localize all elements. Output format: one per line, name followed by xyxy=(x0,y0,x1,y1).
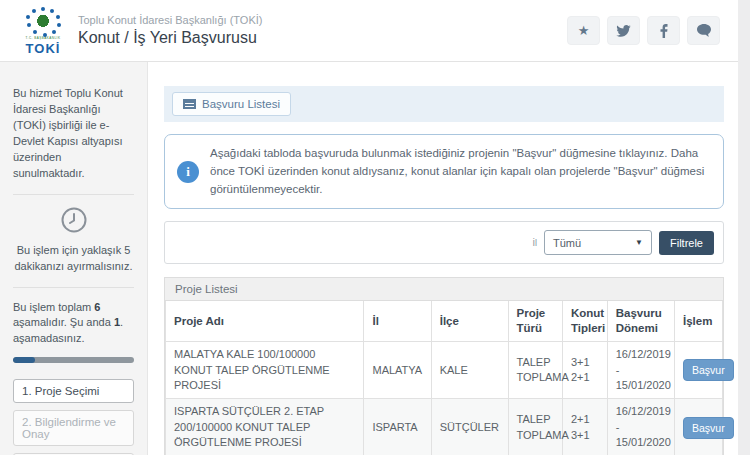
sidebar-divider xyxy=(13,287,134,288)
info-alert: i Aşağıdaki tabloda başvuruda bulunmak i… xyxy=(164,134,724,209)
page-title: Konut / İş Yeri Başvurusu xyxy=(78,29,262,47)
favorite-button[interactable]: ★ xyxy=(567,16,600,45)
twitter-share-button[interactable] xyxy=(607,16,640,45)
cell-ilce: KALE xyxy=(431,342,508,399)
col-header-proje-turu: Proje Türü xyxy=(508,301,562,341)
table-header-row: Proje Adı İl İlçe Proje Türü Konut Tiple… xyxy=(166,301,723,341)
col-header-ilce: İlçe xyxy=(431,301,508,341)
konut-tipi: 2+1 xyxy=(571,412,599,427)
page: ♣ T.C. BAŞBAKANLIK TOKİ Toplu Konut İdar… xyxy=(0,0,738,455)
cell-il: MALATYA xyxy=(364,342,431,399)
cell-islem: Başvur xyxy=(674,342,722,399)
basvur-button[interactable]: Başvur xyxy=(683,359,734,381)
filtrele-button[interactable]: Filtrele xyxy=(659,231,714,255)
col-header-proje-adi: Proje Adı xyxy=(166,301,364,341)
table-list-icon xyxy=(183,99,196,109)
cell-basvuru-donemi: 16/12/2019-15/01/2020 xyxy=(607,399,674,455)
comment-icon xyxy=(697,24,711,37)
service-info-text: Bu hizmet Toplu Konut İdaresi Başkanlığı… xyxy=(13,86,134,182)
toki-logo-ring-icon: ♣ xyxy=(26,7,60,36)
filter-bar: İl Tümü ▼ Filtrele xyxy=(164,221,724,264)
progress-bar xyxy=(13,357,134,363)
sidebar-divider xyxy=(13,194,134,195)
cell-basvuru-donemi: 16/12/2019-15/01/2020 xyxy=(607,342,674,399)
duration-section: Bu işlem için yaklaşık 5 dakikanızı ayır… xyxy=(13,207,134,275)
main-layout: Bu hizmet Toplu Konut İdaresi Başkanlığı… xyxy=(0,62,738,455)
header-titles: Toplu Konut İdaresi Başkanlığı (TOKİ) Ko… xyxy=(78,14,262,47)
header: ♣ T.C. BAŞBAKANLIK TOKİ Toplu Konut İdar… xyxy=(0,0,738,62)
col-header-il: İl xyxy=(364,301,431,341)
steps-note-middle: aşamalıdır. Şu anda xyxy=(13,316,114,328)
donem-bitis: 15/01/2020 xyxy=(616,378,666,393)
col-header-konut-tipleri: Konut Tipleri xyxy=(562,301,607,341)
twitter-icon xyxy=(616,25,631,37)
col-header-islem: İşlem xyxy=(674,301,722,341)
info-icon: i xyxy=(177,161,199,183)
konut-tipi: 3+1 xyxy=(571,355,599,370)
toolbar: Başvuru Listesi xyxy=(164,86,724,122)
il-select-value: Tümü xyxy=(553,237,581,249)
cell-islem: Başvur xyxy=(674,399,722,455)
cell-konut-tipleri: 3+12+1 xyxy=(562,342,607,399)
basvur-button[interactable]: Başvur xyxy=(683,417,734,439)
cell-proje-adi: ISPARTA SÜTÇÜLER 2. ETAP 200/100000 KONU… xyxy=(166,399,364,455)
panel-title: Proje Listesi xyxy=(165,278,723,301)
cell-ilce: SÜTÇÜLER xyxy=(431,399,508,455)
donem-baslangic: 16/12/2019 xyxy=(616,347,666,362)
konut-tipi: 2+1 xyxy=(571,370,599,385)
cell-proje-turu: TALEP TOPLAMA xyxy=(508,399,562,455)
filter-label: İl xyxy=(532,238,537,248)
donem-ayrac: - xyxy=(616,420,666,435)
donem-ayrac: - xyxy=(616,363,666,378)
feedback-button[interactable] xyxy=(687,16,720,45)
donem-baslangic: 16/12/2019 xyxy=(616,404,666,419)
basvuru-listesi-label: Başvuru Listesi xyxy=(202,98,280,110)
table-row: MALATYA KALE 100/100000 KONUT TALEP ÖRGÜ… xyxy=(166,342,723,399)
chevron-down-icon: ▼ xyxy=(635,238,643,247)
donem-bitis: 15/01/2020 xyxy=(616,435,666,450)
tree-icon: ♣ xyxy=(38,12,48,27)
duration-note: Bu işlem için yaklaşık 5 dakikanızı ayır… xyxy=(13,243,134,275)
step-proje-secimi[interactable]: 1. Proje Seçimi xyxy=(13,379,134,403)
content: Başvuru Listesi i Aşağıdaki tabloda başv… xyxy=(148,62,738,455)
clock-icon xyxy=(61,207,87,233)
cell-proje-adi: MALATYA KALE 100/100000 KONUT TALEP ÖRGÜ… xyxy=(166,342,364,399)
social-buttons: ★ xyxy=(567,16,720,45)
col-header-basvuru-donemi: Başvuru Dönemi xyxy=(607,301,674,341)
cell-konut-tipleri: 2+13+1 xyxy=(562,399,607,455)
progress-bar-fill xyxy=(13,357,35,363)
brand: ♣ T.C. BAŞBAKANLIK TOKİ Toplu Konut İdar… xyxy=(20,7,262,55)
konut-tipi: 3+1 xyxy=(571,428,599,443)
step-list: 1. Proje Seçimi 2. Bilgilendirme ve Onay… xyxy=(13,379,134,455)
facebook-share-button[interactable] xyxy=(647,16,680,45)
project-table: Proje Adı İl İlçe Proje Türü Konut Tiple… xyxy=(165,301,723,455)
cell-proje-turu: TALEP TOPLAMA xyxy=(508,342,562,399)
table-row: ISPARTA SÜTÇÜLER 2. ETAP 200/100000 KONU… xyxy=(166,399,723,455)
star-icon: ★ xyxy=(578,23,590,38)
sidebar: Bu hizmet Toplu Konut İdaresi Başkanlığı… xyxy=(0,62,148,455)
project-list-panel: Proje Listesi Proje Adı İl İlçe Proje Tü… xyxy=(164,277,724,455)
steps-total: 6 xyxy=(94,301,100,313)
logo-wordmark: TOKİ xyxy=(26,42,61,55)
il-select[interactable]: Tümü ▼ xyxy=(544,230,652,255)
facebook-icon xyxy=(660,24,668,38)
basvuru-listesi-button[interactable]: Başvuru Listesi xyxy=(172,92,291,116)
info-alert-text: Aşağıdaki tabloda başvuruda bulunmak ist… xyxy=(210,145,711,198)
toki-logo: ♣ T.C. BAŞBAKANLIK TOKİ xyxy=(20,7,66,55)
cell-il: ISPARTA xyxy=(364,399,431,455)
steps-note: Bu işlem toplam 6 aşamalıdır. Şu anda 1.… xyxy=(13,300,134,348)
steps-note-prefix: Bu işlem toplam xyxy=(13,301,94,313)
org-name: Toplu Konut İdaresi Başkanlığı (TOKİ) xyxy=(78,14,262,26)
step-bilgilendirme-ve-onay: 2. Bilgilendirme ve Onay xyxy=(13,410,134,446)
